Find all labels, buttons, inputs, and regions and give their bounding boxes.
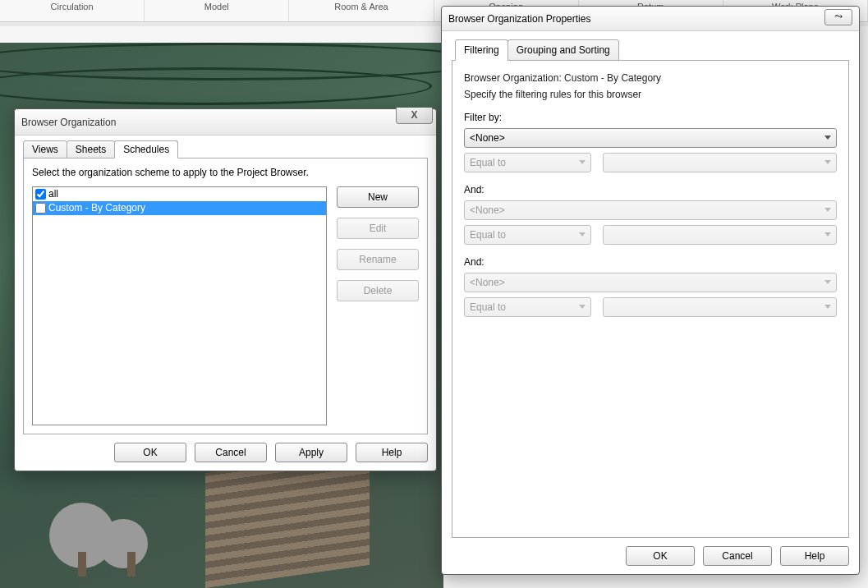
- combo-value: Equal to: [470, 301, 506, 313]
- dialog-title: Browser Organization Properties: [448, 13, 590, 25]
- heading-text: Browser Organization: Custom - By Catego…: [464, 72, 837, 84]
- operator-combo-2[interactable]: Equal to: [464, 225, 591, 245]
- chevron-down-icon: [824, 160, 831, 164]
- filter-row: Equal to: [464, 225, 837, 245]
- tab-panel: Browser Organization: Custom - By Catego…: [452, 60, 849, 538]
- tab-sheets[interactable]: Sheets: [67, 140, 115, 158]
- and-label-1: And:: [464, 184, 837, 195]
- chevron-down-icon: [824, 208, 831, 212]
- scheme-label: Custom - By Category: [48, 201, 145, 215]
- dialog-body: Filtering Grouping and Sorting Browser O…: [442, 31, 859, 574]
- scheme-list[interactable]: all Custom - By Category: [32, 186, 327, 425]
- filter-by-label: Filter by:: [464, 112, 837, 123]
- combo-value: Equal to: [470, 229, 506, 241]
- close-button[interactable]: X: [396, 108, 433, 124]
- operator-combo-1[interactable]: Equal to: [464, 153, 591, 172]
- instruction-text: Select the organization scheme to apply …: [32, 167, 419, 178]
- chevron-down-icon: [824, 280, 831, 284]
- scheme-checkbox[interactable]: [35, 203, 46, 214]
- ribbon-group-room-area: Room & Area: [289, 0, 434, 21]
- help-button[interactable]: Help: [356, 443, 428, 462]
- cancel-button[interactable]: Cancel: [703, 546, 772, 566]
- chevron-down-icon: [824, 305, 831, 309]
- tab-schedules[interactable]: Schedules: [114, 140, 178, 158]
- subheading-text: Specify the filtering rules for this bro…: [464, 89, 837, 100]
- tabs: Filtering Grouping and Sorting: [455, 39, 849, 61]
- operator-combo-3[interactable]: Equal to: [464, 297, 591, 317]
- combo-value: <None>: [470, 277, 505, 288]
- list-item[interactable]: all: [33, 187, 326, 201]
- side-buttons: New Edit Rename Delete: [337, 186, 419, 425]
- help-button[interactable]: Help: [780, 546, 849, 566]
- apply-button[interactable]: Apply: [275, 443, 347, 462]
- dialog-footer: OK Cancel Help: [452, 538, 849, 566]
- delete-button[interactable]: Delete: [337, 280, 419, 301]
- value-combo-2[interactable]: [603, 225, 837, 245]
- tab-filtering[interactable]: Filtering: [455, 39, 508, 61]
- tab-panel: Select the organization scheme to apply …: [23, 158, 428, 434]
- value-combo-3[interactable]: [603, 297, 837, 317]
- chevron-down-icon: [579, 232, 586, 237]
- ribbon-group-model: Model: [145, 0, 289, 21]
- new-button[interactable]: New: [337, 186, 419, 208]
- dialog-footer: OK Cancel Apply Help: [23, 434, 428, 462]
- dialog-titlebar[interactable]: Browser Organization Properties ⤳: [442, 7, 859, 31]
- value-combo-1[interactable]: [603, 153, 837, 172]
- tab-views[interactable]: Views: [23, 140, 67, 158]
- combo-value: <None>: [470, 204, 505, 216]
- ribbon-group-circulation: Circulation: [0, 0, 145, 21]
- combo-value: Equal to: [470, 157, 506, 168]
- dialog-body: Views Sheets Schedules Select the organi…: [15, 136, 436, 471]
- filter-row: Equal to: [464, 297, 837, 317]
- combo-value: <None>: [470, 132, 505, 144]
- ok-button[interactable]: OK: [626, 546, 695, 566]
- dialog-title: Browser Organization: [21, 117, 429, 128]
- scheme-row: all Custom - By Category New Edit Rename…: [32, 186, 419, 425]
- filter-row: Equal to: [464, 153, 837, 172]
- close-button[interactable]: ⤳: [824, 9, 852, 25]
- browser-organization-dialog: Browser Organization X Views Sheets Sche…: [14, 108, 437, 471]
- chevron-down-icon: [824, 136, 831, 140]
- ok-button[interactable]: OK: [114, 443, 186, 462]
- scheme-checkbox[interactable]: [35, 189, 46, 200]
- filter-by-combo-1[interactable]: <None>: [464, 128, 837, 148]
- scheme-label: all: [48, 187, 58, 201]
- tab-grouping-sorting[interactable]: Grouping and Sorting: [507, 39, 619, 61]
- filter-by-combo-3[interactable]: <None>: [464, 273, 837, 292]
- cancel-button[interactable]: Cancel: [195, 443, 267, 462]
- chevron-down-icon: [579, 160, 586, 164]
- chevron-down-icon: [824, 232, 831, 237]
- filter-by-combo-2[interactable]: <None>: [464, 200, 837, 220]
- edit-button[interactable]: Edit: [337, 218, 419, 239]
- dialog-titlebar[interactable]: Browser Organization X: [15, 109, 436, 136]
- tabs: Views Sheets Schedules: [23, 140, 428, 158]
- chevron-down-icon: [579, 305, 586, 309]
- browser-organization-properties-dialog: Browser Organization Properties ⤳ Filter…: [441, 6, 860, 575]
- tree-icon: [99, 519, 148, 568]
- and-label-2: And:: [464, 256, 837, 268]
- rename-button[interactable]: Rename: [337, 249, 419, 270]
- list-item[interactable]: Custom - By Category: [33, 201, 326, 215]
